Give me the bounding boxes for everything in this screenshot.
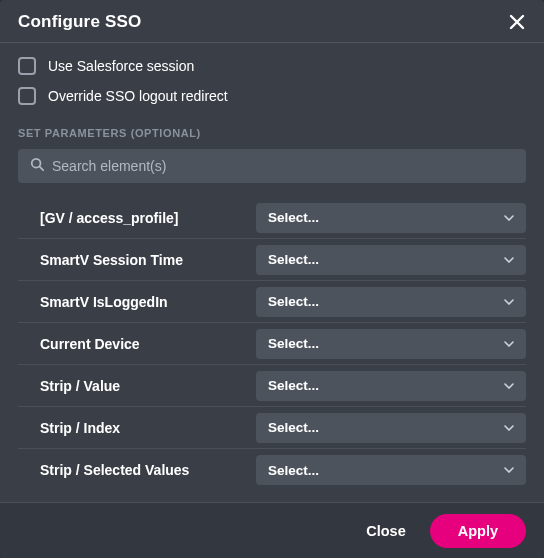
param-row: SmartV Session Time Select... xyxy=(18,239,526,281)
search-wrap xyxy=(18,149,526,183)
modal-header: Configure SSO xyxy=(0,0,544,43)
svg-line-1 xyxy=(40,167,44,171)
select-value: Select... xyxy=(268,463,319,478)
checkbox-label: Override SSO logout redirect xyxy=(48,88,228,104)
param-select[interactable]: Select... xyxy=(256,371,526,401)
param-label: [GV / access_profile] xyxy=(40,210,240,226)
select-value: Select... xyxy=(268,252,319,267)
chevron-down-icon xyxy=(504,215,514,221)
param-select[interactable]: Select... xyxy=(256,245,526,275)
configure-sso-modal: Configure SSO Use Salesforce session Ove… xyxy=(0,0,544,558)
checkbox-use-salesforce-session[interactable]: Use Salesforce session xyxy=(18,57,526,75)
chevron-down-icon xyxy=(504,467,514,473)
checkbox-icon xyxy=(18,57,36,75)
modal-footer: Close Apply xyxy=(0,502,544,558)
param-row: Strip / Index Select... xyxy=(18,407,526,449)
param-label: Current Device xyxy=(40,336,240,352)
select-value: Select... xyxy=(268,420,319,435)
modal-body: Use Salesforce session Override SSO logo… xyxy=(0,43,544,502)
chevron-down-icon xyxy=(504,341,514,347)
checkbox-icon xyxy=(18,87,36,105)
modal-title: Configure SSO xyxy=(18,12,142,32)
param-select[interactable]: Select... xyxy=(256,413,526,443)
param-select[interactable]: Select... xyxy=(256,329,526,359)
search-input[interactable] xyxy=(52,158,514,174)
param-label: SmartV IsLoggedIn xyxy=(40,294,240,310)
param-select[interactable]: Select... xyxy=(256,203,526,233)
param-label: Strip / Index xyxy=(40,420,240,436)
param-row: SmartV IsLoggedIn Select... xyxy=(18,281,526,323)
param-label: Strip / Selected Values xyxy=(40,462,240,478)
checkbox-override-sso-logout[interactable]: Override SSO logout redirect xyxy=(18,87,526,105)
param-row: Strip / Value Select... xyxy=(18,365,526,407)
apply-button[interactable]: Apply xyxy=(430,514,526,548)
close-icon[interactable] xyxy=(508,13,526,31)
checkbox-label: Use Salesforce session xyxy=(48,58,194,74)
chevron-down-icon xyxy=(504,299,514,305)
parameters-list: [GV / access_profile] Select... SmartV S… xyxy=(18,197,526,502)
param-select[interactable]: Select... xyxy=(256,455,526,485)
select-value: Select... xyxy=(268,336,319,351)
param-select[interactable]: Select... xyxy=(256,287,526,317)
select-value: Select... xyxy=(268,210,319,225)
chevron-down-icon xyxy=(504,257,514,263)
param-row: Current Device Select... xyxy=(18,323,526,365)
chevron-down-icon xyxy=(504,425,514,431)
param-row: Strip / Selected Values Select... xyxy=(18,449,526,491)
chevron-down-icon xyxy=(504,383,514,389)
param-label: SmartV Session Time xyxy=(40,252,240,268)
section-label-set-parameters: SET PARAMETERS (OPTIONAL) xyxy=(18,127,526,139)
select-value: Select... xyxy=(268,294,319,309)
param-row: [GV / access_profile] Select... xyxy=(18,197,526,239)
search-icon xyxy=(30,157,44,175)
param-label: Strip / Value xyxy=(40,378,240,394)
close-button[interactable]: Close xyxy=(360,515,412,547)
select-value: Select... xyxy=(268,378,319,393)
